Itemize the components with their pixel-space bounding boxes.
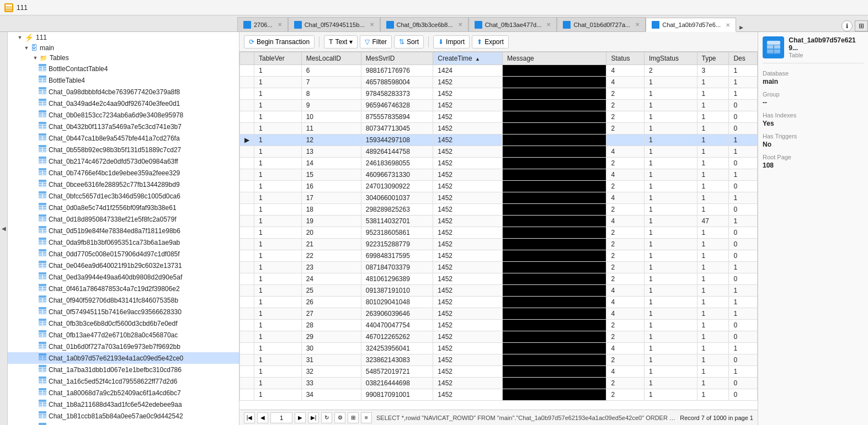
table-row[interactable]: 1 32 548572019721 1452 4 1 1 1 <box>240 366 758 378</box>
tab-chat3[interactable]: Chat_0fb13ae477d... ✕ <box>468 17 557 31</box>
sidebar-table-item[interactable]: Chat_0f461a786487853c4a7c19d2f39806e2 <box>8 283 239 294</box>
sidebar-table-item[interactable]: Chat_0ed3a9944e49aa640db9808d2d90e5af <box>8 271 239 283</box>
tab-close-btn[interactable]: ✕ <box>278 21 282 28</box>
sidebar-table-item[interactable]: Chat_0fb13ae477d2e6710b28a0c456870ac <box>8 329 239 341</box>
import-button[interactable]: ⬇ Import <box>433 35 470 49</box>
sidebar-table-item[interactable]: Chat_0da9fb81b3bf0695351ca73b6a1ae9ab <box>8 236 239 248</box>
table-row[interactable]: 1 30 324253956041 1452 4 1 1 1 <box>240 343 758 354</box>
tab-2706[interactable]: 2706... ✕ <box>237 17 288 31</box>
sidebar-table-item[interactable]: Chat_0b74766ef4bc1de9ebee359a2feee329 <box>8 167 239 179</box>
table-row[interactable]: 1 11 807347713045 1452 2 1 1 0 <box>240 123 758 135</box>
tab-close-btn[interactable]: ✕ <box>370 21 374 28</box>
nav-next-btn[interactable]: ▶ <box>295 412 306 423</box>
table-row[interactable]: 1 18 298289825263 1452 2 1 1 0 <box>240 204 758 216</box>
table-row[interactable]: 1 17 304066001037 1452 4 1 1 1 <box>240 192 758 204</box>
sidebar-collapse-btn[interactable]: ◀ <box>0 32 8 425</box>
table-row[interactable]: ▶ 1 12 159344297108 1452 1 1 1 <box>240 135 758 146</box>
sidebar-table-item[interactable]: Chat_0b558b92ec98b3b5f131d51889c7cd27 <box>8 144 239 155</box>
sidebar-table-item[interactable]: Chat_0a349ad4e2c4aa90df926740e3fee0d1 <box>8 98 239 109</box>
table-row[interactable]: 1 13 489264144758 1452 4 1 1 1 <box>240 146 758 158</box>
nav-prev-btn[interactable]: ◀ <box>257 412 268 423</box>
col-type[interactable]: Type <box>697 52 729 65</box>
nav-first-btn[interactable]: |◀ <box>244 412 255 423</box>
table-row[interactable]: 1 10 875557835894 1452 2 1 1 0 <box>240 111 758 123</box>
col-tablever[interactable]: TableVer <box>254 52 302 65</box>
tab-chat1[interactable]: Chat_0f574945115b... ✕ <box>288 17 380 31</box>
nav-grid-btn[interactable]: ⊞ <box>348 412 359 423</box>
tree-tables-node[interactable]: ▼ 📁 Tables <box>8 53 239 63</box>
table-row[interactable]: 1 22 699848317595 1452 2 1 1 0 <box>240 250 758 262</box>
filter-button[interactable]: ▽ Filter <box>360 35 392 49</box>
col-message[interactable]: Message <box>503 52 606 65</box>
sidebar-table-item[interactable]: Chat_01b6d0f727a703a169e973eb7f9692bb <box>8 341 239 352</box>
sidebar-table-item[interactable]: BottleContactTable4 <box>8 63 239 74</box>
sidebar-table-item[interactable]: Chat_0f574945115b7416e9acc93566628330 <box>8 306 239 318</box>
tree-root[interactable]: ▼ ⚡ 111 <box>8 32 239 43</box>
tab-close-btn[interactable]: ✕ <box>458 21 462 28</box>
sidebar-table-item[interactable]: Chat_1b8a211688d43ad1fc6e542edebee9aa <box>8 399 239 410</box>
col-createtime[interactable]: CreateTime ▲ <box>433 52 503 65</box>
table-row[interactable]: 1 31 323862143083 1452 2 1 1 0 <box>240 354 758 366</box>
tabs-more-btn[interactable]: ▸ <box>736 23 747 31</box>
table-row[interactable]: 1 28 440470047754 1452 2 1 1 0 <box>240 320 758 331</box>
tree-db-main[interactable]: ▼ 🗄 main <box>8 43 239 53</box>
tab-close-btn[interactable]: ✕ <box>635 21 640 28</box>
sidebar-table-item[interactable]: Chat_0dd7705c008e0157906d4d97c1df085f <box>8 248 239 260</box>
nav-refresh-btn[interactable]: ↻ <box>321 412 332 423</box>
table-row[interactable]: 1 14 246183698055 1452 2 1 1 0 <box>240 158 758 169</box>
table-row[interactable]: 1 25 091387191010 1452 4 1 1 1 <box>240 285 758 297</box>
col-imgstatus[interactable]: ImgStatus <box>645 52 697 65</box>
table-row[interactable]: 1 16 247013090922 1452 2 1 1 0 <box>240 181 758 192</box>
table-row[interactable]: 1 24 481061296389 1452 2 1 1 0 <box>240 273 758 285</box>
tab-close-btn[interactable]: ✕ <box>726 22 730 28</box>
info-button[interactable]: ℹ <box>842 20 853 31</box>
nav-list-btn[interactable]: ≡ <box>361 412 372 423</box>
col-messvrID[interactable]: MesSvrID <box>361 52 433 65</box>
nav-last-btn[interactable]: ▶| <box>308 412 319 423</box>
table-row[interactable]: 1 6 988167176976 1424 4 2 3 1 <box>240 65 758 77</box>
tab-chat2[interactable]: Chat_0fb3b3ce6b8... ✕ <box>380 17 468 31</box>
text-button[interactable]: T Text ▾ <box>324 35 358 49</box>
tab-chat5-active[interactable]: Chat_1a0b97d57e6... ✕ <box>646 18 736 32</box>
begin-transaction-button[interactable]: ⟳ Begin Transaction <box>244 35 315 49</box>
table-row[interactable]: 1 8 978458283373 1452 2 1 1 1 <box>240 88 758 100</box>
sidebar-table-item[interactable]: Chat_0b0e8153cc7234ab6a6d9e3408e95978 <box>8 109 239 121</box>
col-status[interactable]: Status <box>606 52 645 65</box>
table-row[interactable]: 1 21 922315288779 1452 2 1 1 0 <box>240 239 758 250</box>
sidebar-table-item[interactable]: Chat_0bcee6316fe288952c77fb1344289bd9 <box>8 179 239 190</box>
table-row[interactable]: 1 33 038216444698 1452 2 1 1 0 <box>240 378 758 389</box>
sort-button[interactable]: ⇅ Sort <box>394 35 424 49</box>
sidebar-table-item[interactable]: Chat_1b81ccb81a5b84a0ee57ae0c9d442542 <box>8 410 239 422</box>
sidebar-table-item[interactable]: Chat_0b2174c4672de0dfd573d0e0984a63ff <box>8 155 239 167</box>
export-button[interactable]: ⬆ Export <box>472 35 509 49</box>
table-row[interactable]: 1 9 965946746328 1452 2 1 1 0 <box>240 100 758 111</box>
layout-button[interactable]: ⊞ <box>855 20 868 31</box>
sidebar-table-item[interactable]: Chat_0fb3b3ce6b8d0cf5600d3cbd6b7e0edf <box>8 318 239 329</box>
sidebar-table-item[interactable]: Chat_0d51b9e84f4e78384ed8a7f1811e98b6 <box>8 225 239 236</box>
table-row[interactable]: 1 15 460966731330 1452 4 1 1 1 <box>240 169 758 181</box>
sidebar-table-item[interactable]: Chat_0a98dbbbfd4cbe7639677420e379a8f8 <box>8 86 239 98</box>
tab-close-btn[interactable]: ✕ <box>546 21 551 28</box>
sidebar-table-item[interactable]: Chat_0d18d8950847338ef21e5f8fc2a0579f <box>8 213 239 225</box>
sidebar-table-item[interactable]: Chat_0e046ea9d640021f91b29c6032e13731 <box>8 260 239 271</box>
sidebar-table-item[interactable]: Chat_1a16c5ed52f4c1cd79558622ff77d2d6 <box>8 375 239 387</box>
table-row[interactable]: 1 26 801029041048 1452 4 1 1 1 <box>240 297 758 308</box>
table-row[interactable]: 1 23 087184703379 1452 2 1 1 1 <box>240 262 758 273</box>
page-number-input[interactable]: 1 <box>270 412 292 423</box>
sidebar-table-item[interactable]: Chat_0b447ca1b8e9a5457bfe441a7cd276fa <box>8 132 239 144</box>
col-meslocalid[interactable]: MesLocalID <box>301 52 361 65</box>
sidebar-table-item[interactable]: Chat_0d0a8e5c74d1f2556bf09faf93b38e61 <box>8 202 239 213</box>
sidebar-table-item[interactable]: Chat_0b432b0f1137a5469a7e5c3cd741e3b7 <box>8 121 239 132</box>
table-row[interactable]: 1 20 952318605861 1452 2 1 1 0 <box>240 227 758 239</box>
col-des[interactable]: Des <box>729 52 758 65</box>
nav-settings-btn[interactable]: ⚙ <box>334 412 345 423</box>
table-row[interactable]: 1 29 467012265262 1452 2 1 1 0 <box>240 331 758 343</box>
tab-chat4[interactable]: Chat_01b6d0f727a... ✕ <box>557 17 646 31</box>
sidebar-table-item[interactable]: Chat_1a80068d7a9c2b52409ac6f1a4cd6bc7 <box>8 387 239 399</box>
sidebar-table-item[interactable]: Chat_0f940f592706d8b43141fc846075358b <box>8 294 239 306</box>
sidebar-table-item[interactable]: BottleTable4 <box>8 74 239 86</box>
sidebar-table-item[interactable]: Chat_1c07a2d76f9b8ddaa7cf29af473b4303 <box>8 422 239 425</box>
table-row[interactable]: 1 7 465788598004 1452 4 1 1 1 <box>240 77 758 88</box>
table-row[interactable]: 1 27 263906039646 1452 4 1 1 1 <box>240 308 758 320</box>
table-row[interactable]: 1 34 990817091001 1452 2 1 1 0 <box>240 389 758 401</box>
